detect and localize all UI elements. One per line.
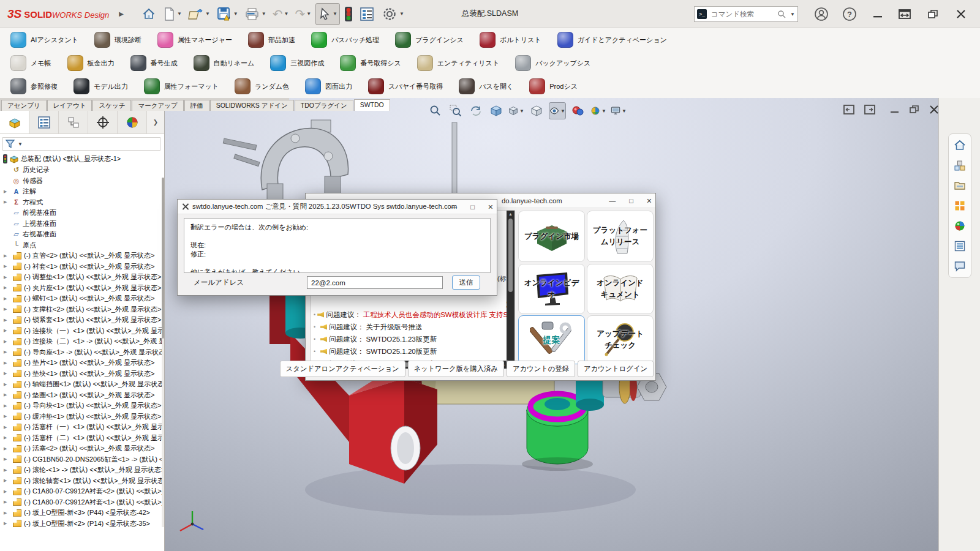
tree-item[interactable]: ▶ ▱ 上视基准面 [0,219,164,230]
commandmanager-tab[interactable]: SWTDO [354,99,390,111]
rotate-view-button[interactable] [468,103,484,119]
commandmanager-tab[interactable]: レイアウト [47,100,92,111]
edit-appearance-button[interactable] [570,103,586,119]
tree-root-assembly[interactable]: 总装配 (默认) <默认_显示状态-1> [0,153,164,165]
chevron-down-icon[interactable]: ▼ [205,11,210,17]
tree-component-row[interactable]: ▶ (-) 缓冲垫<1> (默认) <<默认>_外观 显示状态> [0,411,164,422]
expand-arrow-icon[interactable]: ▶ [4,489,12,494]
expand-arrow-icon[interactable]: ▶ [4,414,12,419]
undo-button[interactable]: ↶▼ [271,4,291,24]
announcement-link[interactable]: • 问题建议： 工程技术人员也会感动的SW模板设计库 支持S [314,309,505,321]
toolbar-button[interactable]: パスを開く [451,76,521,97]
vertical-scrollbar[interactable]: ▲ [507,211,514,361]
view-settings-button[interactable]: ▼ [611,103,627,119]
expand-arrow-icon[interactable]: ▶ [4,350,12,354]
tree-component-row[interactable]: ▶ (-) 滚轮-<1> -> (默认) <<默认>_外观 显示状态> [0,465,164,476]
toolbar-button[interactable]: ガイドとアクティベーション [549,29,675,50]
tree-component-row[interactable]: ▶ (-) C1A80-07-C9912A衬套<1> (默认) <<默认>_外观 [0,497,164,508]
account-action-button[interactable]: ネットワーク版を購入済み [408,361,504,377]
toolbar-button[interactable]: Prodシス [521,76,586,97]
tree-component-row[interactable]: ▶ (-) 螺钉<1> (默认) <<默认>_外观 显示状态> [0,293,164,304]
task-pane-forum-button[interactable] [952,259,968,274]
tile-online-video[interactable]: オンラインビデ オ [518,264,585,314]
expand-arrow-icon[interactable]: ▶ [4,392,12,397]
tree-item[interactable]: ▶ ▱ 前视基准面 [0,208,164,219]
display-style-button[interactable] [529,103,545,119]
toolbar-button[interactable]: エンティティリスト [409,53,507,73]
maximize-dialog-button[interactable]: □ [470,203,475,211]
tree-component-row[interactable]: ▶ (-) 直管<2> (默认) <<默认>_外观 显示状态> [0,250,164,261]
expand-arrow-icon[interactable]: ▶ [4,361,12,365]
tree-component-row[interactable]: ▶ (-) 活塞杆（一）<1> (默认) <<默认>_外观 显示状态> [0,422,164,433]
expand-arrow-icon[interactable]: ▶ [4,521,12,526]
tree-scrollbar[interactable] [162,178,164,527]
tree-component-row[interactable]: ▶ (-) 调整垫<1> (默认) <<默认>_外观 显示状态> [0,272,164,283]
chevron-down-icon[interactable]: ▼ [284,11,288,17]
tree-component-row[interactable]: ▶ (-) 导向座<1> -> (默认) <<默认>_外观 显示状态> [0,347,164,358]
tree-component-row[interactable]: ▶ (-) 滚轮轴套<1> (默认) <<默认>_外观 显示状态> [0,476,164,487]
zoom-fit-button[interactable] [428,103,443,119]
account-action-button[interactable]: アカウントログイン [578,361,654,377]
expand-arrow-icon[interactable]: ▶ [4,382,12,387]
scroll-up-icon[interactable]: ▲ [508,212,513,216]
toolbar-button[interactable]: AIアシスタント [2,29,86,50]
task-pane-appearances-button[interactable] [952,219,968,233]
toolbar-button[interactable]: 参照修復 [2,76,66,97]
task-pane-custom-properties-button[interactable] [952,239,968,253]
tree-component-row[interactable]: ▶ (-) 导向块<1> (默认) <<默认>_外观 显示状态> [0,400,164,411]
options-button[interactable]: ▼ [379,4,406,24]
commandmanager-tab[interactable]: TDOプラグイン [295,100,353,111]
account-action-button[interactable]: スタンドアロンアクティベーション [280,361,405,377]
tree-component-row[interactable]: ▶ (-) 活塞杆（二）<1> (默认) <<默认>_外观 显示状态> [0,433,164,444]
chevron-down-icon[interactable]: ▼ [177,11,182,17]
commandmanager-tab[interactable]: 評価 [184,100,209,111]
command-search[interactable]: >_ ▼ [694,6,798,22]
chevron-down-icon[interactable]: ▼ [306,11,311,17]
toolbar-button[interactable]: 三視図作成 [262,53,332,73]
expand-arrow-icon[interactable]: ▶ [4,285,12,290]
tree-component-row[interactable]: ▶ (-) 支撑柱<2> (默认) <<默认>_外观 显示状态> [0,304,164,315]
toolbar-button[interactable]: ボルトリスト [472,29,549,50]
expand-arrow-icon[interactable]: ▶ [4,403,12,408]
tree-item[interactable]: ▶ ↺ 历史记录 [0,165,164,176]
print-button[interactable]: ▼ [243,4,268,24]
expand-arrow-icon[interactable]: ▶ [4,457,12,462]
announcement-text[interactable]: 工程技术人员也会感动的SW模板设计库 支持S [363,310,508,320]
expand-arrow-icon[interactable]: ▶ [4,328,12,333]
tile-suggestion[interactable]: 提案 [518,315,585,364]
toolbar-button[interactable]: モデル出力 [66,76,136,97]
feedback-body-text[interactable]: 翻訳エラーの場合は、次の例をお勧め: 現在: 修正: 他に考えがあれば、教えてく… [184,218,491,273]
expand-arrow-icon[interactable]: ▶ [4,435,12,440]
logo-flyout-arrow-icon[interactable]: ▶ [119,10,124,17]
zoom-area-button[interactable] [448,103,464,119]
close-dialog-button[interactable]: × [647,196,652,206]
home-button[interactable] [140,4,158,24]
tree-item[interactable]: ▶ Σ 方程式 [0,197,164,208]
tile-update-check[interactable]: アップデート チェック [587,315,654,364]
tree-component-row[interactable]: ▶ (-) 连接块（一）<1> (默认) <<默认>_外观 显示状态> [0,326,164,337]
chevron-down-icon[interactable]: ▼ [333,11,337,17]
tile-online-docs[interactable]: オンラインド キュメント [587,264,654,314]
toolbar-button[interactable]: スパヤイ番号取得 [360,76,451,97]
help-button[interactable]: ? [840,5,859,23]
tab-displaymanager[interactable] [118,111,147,133]
tab-dimxpertmanager[interactable] [88,111,118,133]
toolbar-button[interactable]: 板金出力 [59,53,123,73]
announcement-text[interactable]: SWTDO25.1.23版更新 [366,335,437,344]
tree-component-row[interactable]: ▶ (-) 垫圈<1> (默认) <<默认>_外观 显示状态> [0,390,164,401]
tree-component-row[interactable]: ▶ (-) C1A80-07-C9912A衬套<2> (默认) <<默认>_外观 [0,486,164,497]
expand-arrow-icon[interactable]: ▶ [4,264,12,269]
chevron-down-icon[interactable]: ▼ [18,141,23,147]
chevron-down-icon[interactable]: ▼ [399,11,404,17]
feedback-dialog-titlebar[interactable]: swtdo.lanyue-tech.com ご意見・質問 2025.1.23.0… [178,200,497,214]
toolbar-button[interactable]: プラグインシス [387,29,472,50]
chevron-down-icon[interactable]: ▼ [560,108,565,114]
expand-arrow-icon[interactable]: ▶ [4,478,12,483]
announcement-text[interactable]: SWTDO25.1.20版更新 [366,347,437,356]
toolbar-button[interactable]: パスバッチ処理 [303,29,387,50]
expand-arrow-icon[interactable]: ▶ [4,318,12,323]
toolbar-button[interactable]: 属性フォーマット [136,76,227,97]
panel-tabs-overflow[interactable]: ❯ [147,111,164,133]
toolbar-button[interactable]: 属性マネージャー [149,29,240,50]
tile-plugin-market[interactable]: プラグイン市場 [518,211,585,262]
